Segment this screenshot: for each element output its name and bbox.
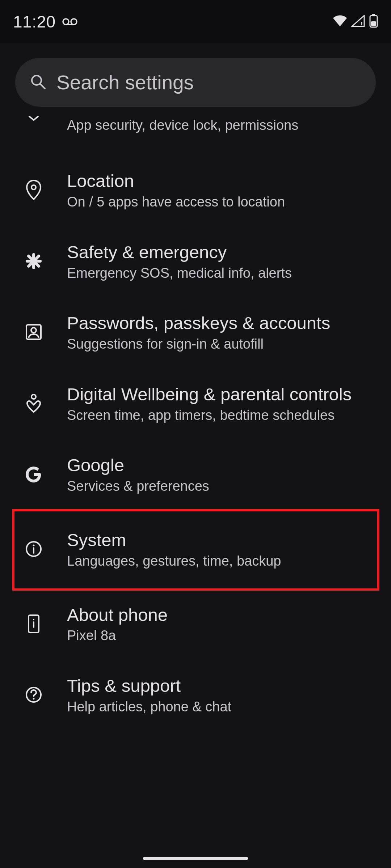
google-icon <box>25 466 42 485</box>
setting-safety-emergency[interactable]: Safety & emergency Emergency SOS, medica… <box>0 226 391 298</box>
setting-passwords-accounts[interactable]: Passwords, passkeys & accounts Suggestio… <box>0 297 391 369</box>
svg-point-15 <box>31 328 36 333</box>
setting-subtitle: Suggestions for sign-in & autofill <box>67 336 330 352</box>
cellular-icon: ! <box>351 15 366 29</box>
setting-about-phone[interactable]: About phone Pixel 8a <box>0 589 391 660</box>
setting-digital-wellbeing[interactable]: Digital Wellbeing & parental controls Sc… <box>0 369 391 440</box>
status-time: 11:20 <box>13 12 56 31</box>
phone-device-icon <box>27 614 40 635</box>
medical-icon <box>25 252 42 271</box>
setting-system[interactable]: System Languages, gestures, time, backup <box>0 511 391 589</box>
battery-icon <box>369 14 378 29</box>
setting-tips-support[interactable]: Tips & support Help articles, phone & ch… <box>0 660 391 731</box>
chevron-down-icon <box>28 115 39 123</box>
status-bar: 11:20 ! <box>0 0 391 43</box>
svg-point-24 <box>33 698 34 700</box>
setting-title: Digital Wellbeing & parental controls <box>67 385 352 404</box>
setting-subtitle: Services & preferences <box>67 478 209 494</box>
svg-point-1 <box>71 19 77 25</box>
setting-security-privacy[interactable]: App security, device lock, permissions <box>0 115 391 155</box>
settings-screen: 11:20 ! <box>0 0 391 868</box>
settings-list[interactable]: App security, device lock, permissions L… <box>0 115 391 731</box>
svg-point-21 <box>33 619 34 620</box>
svg-point-9 <box>31 185 36 190</box>
setting-subtitle: Emergency SOS, medical info, alerts <box>67 265 292 281</box>
account-box-icon <box>25 323 42 342</box>
svg-point-18 <box>33 545 34 546</box>
setting-title: About phone <box>67 605 168 625</box>
svg-rect-6 <box>371 21 376 26</box>
search-settings[interactable]: Search settings <box>15 58 376 107</box>
setting-title: System <box>67 531 281 550</box>
setting-subtitle: App security, device lock, permissions <box>67 118 298 133</box>
svg-text:!: ! <box>361 21 363 27</box>
setting-title: Passwords, passkeys & accounts <box>67 314 330 333</box>
wellbeing-icon <box>26 393 42 415</box>
search-icon <box>30 73 46 92</box>
help-icon <box>25 686 42 705</box>
setting-subtitle: Help articles, phone & chat <box>67 699 231 715</box>
setting-title: Google <box>67 456 209 475</box>
setting-subtitle: On / 5 apps have access to location <box>67 194 285 210</box>
svg-point-0 <box>63 19 69 25</box>
search-placeholder: Search settings <box>56 71 194 94</box>
voicemail-icon <box>62 18 77 26</box>
setting-subtitle: Languages, gestures, time, backup <box>67 553 281 569</box>
setting-subtitle: Screen time, app timers, bedtime schedul… <box>67 408 352 424</box>
setting-location[interactable]: Location On / 5 apps have access to loca… <box>0 155 391 226</box>
setting-subtitle: Pixel 8a <box>67 628 168 644</box>
setting-title: Safety & emergency <box>67 243 292 262</box>
setting-google[interactable]: Google Services & preferences <box>0 439 391 511</box>
status-left: 11:20 <box>13 12 77 31</box>
wifi-icon <box>332 15 348 29</box>
nav-gesture-pill[interactable] <box>143 857 248 860</box>
svg-point-16 <box>31 395 36 399</box>
svg-line-8 <box>40 84 45 89</box>
setting-title: Location <box>67 171 285 191</box>
setting-title: Tips & support <box>67 676 231 695</box>
info-icon <box>25 540 42 559</box>
location-icon <box>26 180 42 201</box>
status-right: ! <box>332 14 378 29</box>
